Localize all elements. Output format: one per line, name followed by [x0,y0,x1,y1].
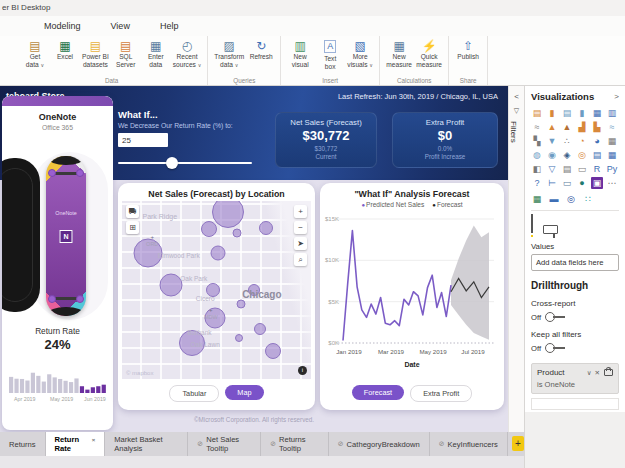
ribbon-more-visuals-button[interactable]: ▧ Morevisuals ∨ [347,39,373,70]
map-zoom-out-icon[interactable]: − [294,221,307,234]
collapse-panel-icon[interactable]: > [614,92,619,101]
viz-ribbon-chart-icon[interactable]: ≈ [606,121,618,133]
tabular-toggle-button[interactable]: Tabular [169,385,219,402]
viz-kpi-icon[interactable]: ◧ [531,163,543,175]
viz-key-influencers-icon[interactable]: ▣ [591,177,603,189]
map-bubble[interactable] [233,229,242,238]
tab-cathegorybreakdown[interactable]: ⊘ CathegoryBreakdown [329,432,430,456]
map-bubble[interactable] [254,323,266,335]
remove-filter-icon[interactable]: ✕ [595,369,600,377]
forecast-toggle-button[interactable]: Forecast [352,385,404,400]
viz-filled-map-icon[interactable]: ◉ [546,149,558,161]
viz-waterfall-icon[interactable]: ▚ [531,135,543,147]
ribbon-recent-sources-button[interactable]: ◴ Recentsources ∨ [173,39,202,68]
return-rate-slider[interactable] [118,157,252,169]
viz-shape-map-icon[interactable]: ◈ [561,149,573,161]
viz-map-icon[interactable]: ◍ [531,149,543,161]
viz-clustered-column-icon[interactable]: ▮ [576,107,588,119]
expand-filters-icon[interactable]: < [509,92,524,101]
fields-pane-button[interactable] [531,215,533,237]
viz-table-icon[interactable]: ▤ [561,163,573,175]
tab-keyinfluencers[interactable]: ⊘ KeyInfluencers [430,432,508,456]
viz-custom-chart-icon[interactable]: ▬ [548,193,560,205]
viz-line-clustered-column-icon[interactable]: ▙ [591,121,603,133]
ribbon-text-box-button[interactable]: A Textbox [317,39,343,70]
ribbon-new-visual-button[interactable]: ▥ Newvisual [287,39,313,70]
map-compass-icon[interactable]: ➤ [294,237,307,250]
tab-net-sales-tooltip[interactable]: ⊘ Net Sales Tooltip [188,432,261,456]
slider-thumb[interactable] [166,157,178,169]
info-icon[interactable]: i [298,366,307,375]
map-zoom-in-icon[interactable]: + [294,205,307,218]
viz-area-chart-icon[interactable]: ▲ [546,121,558,133]
ribbon-refresh-button[interactable]: ↻ Refresh [248,39,274,68]
ribbon-sql-server-button[interactable]: ▤ SQLServer [113,39,139,68]
viz-qa-icon[interactable]: ? [531,177,543,189]
viz-custom-esri-map-icon[interactable]: ▦ [531,193,543,205]
tab-returns[interactable]: Returns [0,432,46,456]
viz-treemap-icon[interactable]: ▦ [606,135,618,147]
ribbon-transform-data-button[interactable]: ▨ Transformdata ∨ [214,39,244,68]
ribbon-publish-button[interactable]: ⇧ Publish [455,39,481,61]
ribbon-enter-data-button[interactable]: ▦ Enterdata [143,39,169,68]
extra-profit-toggle-button[interactable]: Extra Profit [410,385,472,402]
menu-view[interactable]: View [111,21,130,31]
add-data-fields-input[interactable]: Add data fields here [531,254,619,271]
ribbon-excel-button[interactable]: ▦ Excel [52,39,78,68]
chevron-down-icon[interactable]: ∨ [587,369,592,377]
menu-modeling[interactable]: Modeling [44,21,81,31]
map-traffic-icon[interactable]: ⛟ [126,205,139,218]
tab-return-rate[interactable]: Return Rate × [46,432,106,456]
viz-multi-row-card-icon[interactable]: ▤ [591,149,603,161]
viz-donut-icon[interactable]: ◕ [591,135,603,147]
cross-report-toggle[interactable]: Off [531,312,619,322]
viz-custom-circle-icon[interactable]: ◎ [565,193,577,205]
viz-azure-map-icon[interactable]: ◎ [576,149,588,161]
map-toggle-button[interactable]: Map [225,385,263,400]
bubble-map[interactable]: Park Ridge+ORDElmwood ParkOak ParkChicag… [122,201,311,379]
keep-all-filters-toggle[interactable]: Off [531,343,619,353]
ribbon-get-data-button[interactable]: ▤ Getdata ∨ [22,39,48,68]
map-bubble[interactable] [201,221,217,237]
viz-slicer-icon[interactable]: ▽ [546,163,558,175]
viz-scatter-icon[interactable]: ∴ [561,135,573,147]
viz-100-stacked-column-icon[interactable]: ▥ [606,107,618,119]
viz-clustered-bar-icon[interactable]: ▤ [561,107,573,119]
viz-card-icon[interactable]: ▭ [576,163,588,175]
map-bubble[interactable] [211,245,226,260]
return-rate-bar-chart[interactable] [8,366,107,396]
map-bubble[interactable] [259,221,273,235]
viz-line-stacked-column-icon[interactable]: ▟ [576,121,588,133]
map-bubble[interactable] [237,300,246,309]
map-bubble[interactable] [265,343,281,359]
viz-pie-icon[interactable]: ◔ [576,135,588,147]
ribbon-new-measure-button[interactable]: ▦ Newmeasure [386,39,412,68]
ribbon-power-bi-datasets-button[interactable]: ▤ Power BIdatasets [82,39,109,68]
map-fullscreen-icon[interactable]: ⊞ [126,221,139,234]
viz-funnel-icon[interactable]: ▼ [546,135,558,147]
close-tab-icon[interactable]: × [92,437,96,443]
map-search-icon[interactable]: ⌕ [294,253,307,266]
map-bubble[interactable] [235,334,243,342]
viz-r-script-icon[interactable]: R [591,163,603,175]
viz-line-chart-icon[interactable]: ≈ [531,121,543,133]
forecast-line-chart[interactable]: $15K$10K$5K$0KJan 2019Mar 2019May 2019Ju… [323,211,499,359]
viz-stacked-bar-icon[interactable]: ▤ [531,107,543,119]
viz-stacked-area-icon[interactable]: ▲ [561,121,573,133]
ribbon-quick-measure-button[interactable]: ⚡ Quickmeasure [416,39,442,68]
viz-more-options-icon[interactable]: ⋯ [606,177,618,189]
viz-smart-narrative-icon[interactable]: ▭ [561,177,573,189]
viz-100-stacked-bar-icon[interactable]: ▦ [591,107,603,119]
filters-pane-label[interactable]: Filters [509,121,518,143]
viz-decomposition-tree-icon[interactable]: ⊢ [546,177,558,189]
menu-help[interactable]: Help [160,21,179,31]
new-page-button[interactable]: + [512,436,524,451]
map-bubble[interactable] [212,201,244,228]
viz-custom-scatter-icon[interactable]: ∷ [582,193,594,205]
map-bubble[interactable] [160,273,183,296]
next-filter-slot[interactable] [531,398,619,410]
viz-python-icon[interactable]: Py [606,163,618,175]
viz-matrix-icon[interactable]: ▦ [606,149,618,161]
return-rate-input[interactable]: 25 [118,133,168,147]
tab-market-basket-analysis[interactable]: Market Basket Analysis [105,432,188,456]
